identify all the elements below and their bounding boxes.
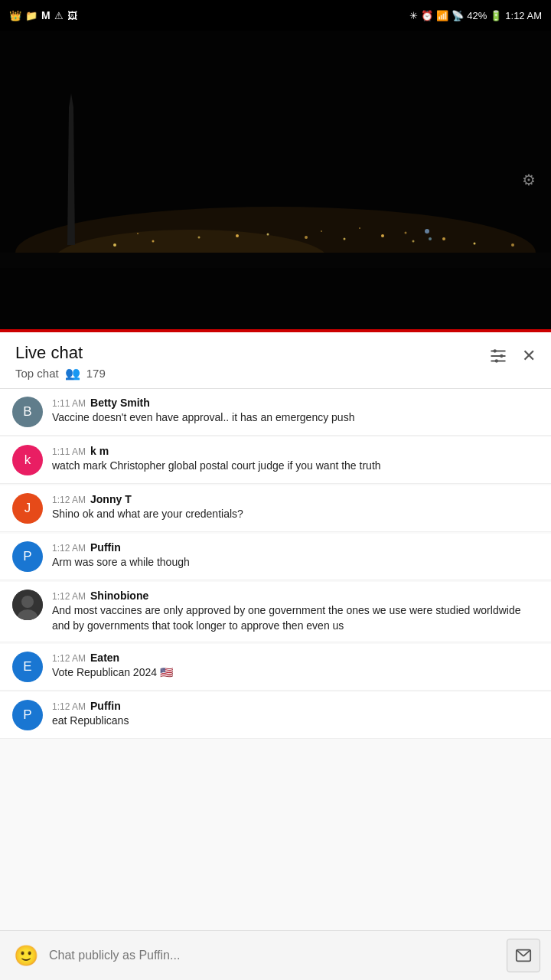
video-cityscape [0, 31, 551, 329]
message-text: Vaccine doesn't even have approval.. it … [52, 410, 539, 426]
svg-point-29 [500, 354, 503, 358]
chat-header-right: ✕ [488, 343, 536, 366]
svg-point-11 [412, 240, 415, 243]
svg-point-12 [442, 237, 445, 240]
message-text: watch mark Christopher global postal cou… [52, 459, 539, 474]
avatar: B [12, 397, 43, 427]
chat-input[interactable] [49, 940, 499, 971]
svg-point-13 [474, 243, 476, 245]
signal-icon: 📡 [452, 10, 464, 21]
message-author: Puffin [90, 700, 121, 712]
chat-header: Live chat Top chat 👥 179 ✕ [0, 332, 551, 389]
list-item: P 1:12 AM Puffin Arm was sore a while th… [0, 534, 551, 580]
list-item: k 1:11 AM k m watch mark Christopher glo… [0, 437, 551, 484]
list-item: E 1:12 AM Eaten Vote Republican 2024 🇺🇸 [0, 644, 551, 691]
message-text: Vote Republican 2024 🇺🇸 [52, 665, 539, 681]
video-settings-icon[interactable]: ⚙ [522, 171, 536, 189]
message-meta: 1:11 AM Betty Smith [52, 397, 539, 409]
message-meta: 1:12 AM Shinobione [52, 590, 539, 602]
message-text: And most vaccines are only approved by o… [52, 603, 539, 633]
alarm-icon: ⏰ [421, 10, 433, 21]
svg-line-35 [517, 950, 523, 956]
image-icon: 🖼 [67, 10, 77, 21]
message-content: 1:12 AM Puffin eat Republicans [52, 700, 539, 729]
message-content: 1:11 AM k m watch mark Christopher globa… [52, 445, 539, 474]
message-meta: 1:12 AM Jonny T [52, 493, 539, 505]
svg-point-20 [429, 237, 432, 240]
svg-point-7 [267, 234, 269, 236]
chat-header-left: Live chat Top chat 👥 179 [15, 343, 106, 381]
avatar: P [12, 700, 43, 730]
svg-point-6 [236, 234, 239, 237]
message-author: Shinobione [90, 590, 148, 602]
svg-point-30 [495, 359, 498, 362]
battery-icon: 🔋 [490, 10, 502, 21]
svg-point-16 [321, 230, 322, 232]
send-button[interactable] [507, 939, 540, 972]
avatar: E [12, 652, 43, 682]
status-left-icons: 👑 📁 M ⚠ 🖼 [9, 9, 77, 21]
svg-point-8 [305, 236, 308, 239]
svg-point-17 [359, 227, 360, 229]
message-meta: 1:12 AM Eaten [52, 652, 539, 664]
message-author: k m [90, 445, 109, 457]
wifi-icon: 📶 [436, 10, 448, 21]
list-item: B 1:11 AM Betty Smith Vaccine doesn't ev… [0, 389, 551, 436]
message-content: 1:11 AM Betty Smith Vaccine doesn't even… [52, 397, 539, 426]
chat-subtitle: Top chat 👥 179 [15, 366, 106, 381]
message-time: 1:12 AM [52, 591, 86, 602]
message-text: Arm was sore a while though [52, 555, 539, 570]
svg-point-3 [113, 243, 116, 247]
message-time: 1:11 AM [52, 446, 86, 457]
status-bar: 👑 📁 M ⚠ 🖼 ✳ ⏰ 📶 📡 42% 🔋 1:12 AM [0, 0, 551, 31]
message-content: 1:12 AM Eaten Vote Republican 2024 🇺🇸 [52, 652, 539, 681]
message-time: 1:12 AM [52, 701, 86, 712]
svg-point-18 [405, 232, 407, 234]
chat-input-area: 🙂 [0, 930, 551, 980]
status-right-icons: ✳ ⏰ 📶 📡 42% 🔋 1:12 AM [409, 10, 542, 21]
close-button[interactable]: ✕ [522, 346, 536, 366]
top-chat-label[interactable]: Top chat [15, 367, 59, 380]
m-app-icon: M [41, 9, 51, 21]
message-time: 1:12 AM [52, 543, 86, 554]
clock-time: 1:12 AM [505, 10, 542, 21]
message-time: 1:12 AM [52, 653, 86, 664]
svg-line-36 [523, 950, 530, 956]
svg-point-28 [494, 349, 497, 352]
avatar: J [12, 493, 43, 524]
message-text: Shino ok and what are your credentials? [52, 507, 539, 522]
crown-icon: 👑 [9, 10, 21, 21]
chat-messages-list: B 1:11 AM Betty Smith Vaccine doesn't ev… [0, 389, 551, 793]
svg-point-19 [425, 229, 429, 234]
message-content: 1:12 AM Jonny T Shino ok and what are yo… [52, 493, 539, 522]
message-meta: 1:12 AM Puffin [52, 541, 539, 554]
svg-point-4 [152, 240, 155, 243]
message-meta: 1:11 AM k m [52, 445, 539, 457]
svg-point-32 [21, 596, 34, 608]
message-content: 1:12 AM Puffin Arm was sore a while thou… [52, 541, 539, 570]
bluetooth-icon: ✳ [409, 10, 418, 21]
battery-percent: 42% [467, 10, 487, 21]
message-meta: 1:12 AM Puffin [52, 700, 539, 712]
message-time: 1:11 AM [52, 398, 86, 409]
warning-icon: ⚠ [54, 10, 64, 21]
avatar: k [12, 445, 43, 475]
video-player[interactable]: ⚙ [0, 31, 551, 329]
folder-icon: 📁 [25, 10, 37, 21]
message-author: Eaten [90, 652, 119, 664]
viewer-count: 179 [86, 367, 106, 380]
message-content: 1:12 AM Shinobione And most vaccines are… [52, 590, 539, 633]
svg-point-14 [511, 243, 514, 247]
live-chat-title: Live chat [15, 343, 106, 363]
svg-point-15 [137, 233, 139, 234]
filter-button[interactable] [488, 346, 508, 366]
emoji-button[interactable]: 🙂 [11, 940, 41, 971]
svg-point-9 [344, 238, 346, 240]
avatar: P [12, 541, 43, 572]
list-item: J 1:12 AM Jonny T Shino ok and what are … [0, 485, 551, 532]
message-text: eat Republicans [52, 714, 539, 729]
message-time: 1:12 AM [52, 495, 86, 505]
message-author: Jonny T [90, 493, 132, 505]
list-item: 1:12 AM Shinobione And most vaccines are… [0, 582, 551, 642]
svg-point-10 [381, 234, 384, 237]
